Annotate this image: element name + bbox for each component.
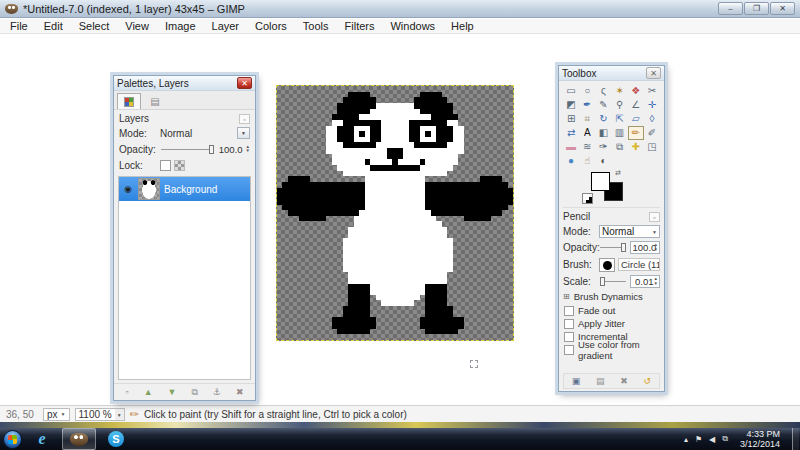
slider-handle[interactable] bbox=[621, 243, 626, 252]
tool-heal[interactable]: ✚ bbox=[628, 140, 644, 154]
menu-help[interactable]: Help bbox=[443, 20, 482, 32]
checkbox[interactable] bbox=[564, 306, 574, 316]
anchor-layer-button[interactable]: ⚓ bbox=[213, 388, 221, 397]
spin-down-icon[interactable]: ▼ bbox=[654, 248, 658, 253]
canvas[interactable] bbox=[276, 85, 514, 341]
tool-color-picker[interactable]: ✎ bbox=[595, 98, 611, 112]
scale-spinbox[interactable]: 0.01 ▲ ▼ bbox=[630, 275, 660, 288]
taskbar-clock[interactable]: 4:33 PM 3/12/2014 bbox=[735, 429, 785, 449]
tool-blur-sharpen[interactable]: ● bbox=[563, 154, 579, 168]
default-colors-icon[interactable] bbox=[583, 194, 592, 203]
delete-options-button[interactable]: ✖ bbox=[620, 377, 628, 386]
menu-colors[interactable]: Colors bbox=[247, 20, 295, 32]
close-icon[interactable]: ✕ bbox=[237, 77, 252, 89]
menu-windows[interactable]: Windows bbox=[382, 20, 443, 32]
tool-align[interactable]: ⊞ bbox=[563, 112, 579, 126]
slider-handle[interactable] bbox=[600, 277, 605, 286]
tab-layers[interactable]: ▤ bbox=[143, 93, 167, 109]
brush-dynamics-expander[interactable]: ⊞ Brush Dynamics bbox=[563, 290, 660, 303]
tool-dodge-burn[interactable]: ◐ bbox=[595, 154, 611, 168]
tool-blend[interactable]: ▥ bbox=[611, 126, 627, 140]
tool-airbrush[interactable]: ≋ bbox=[579, 140, 595, 154]
tool-flip[interactable]: ⇄ bbox=[563, 126, 579, 140]
lock-checkbox[interactable] bbox=[160, 160, 171, 171]
close-button[interactable]: ✕ bbox=[770, 2, 795, 15]
spin-down-icon[interactable]: ▼ bbox=[654, 282, 658, 287]
menu-image[interactable]: Image bbox=[157, 20, 204, 32]
tool-rect-select[interactable]: ▭ bbox=[563, 84, 579, 98]
brush-name[interactable]: Circle (11) bbox=[618, 258, 660, 271]
tool-ink[interactable]: ✑ bbox=[595, 140, 611, 154]
tool-scale[interactable]: ⇱ bbox=[611, 112, 627, 126]
tool-shear[interactable]: ▱ bbox=[628, 112, 644, 126]
restore-button[interactable]: ❐ bbox=[744, 2, 769, 15]
delete-layer-button[interactable]: ✖ bbox=[236, 388, 244, 397]
reset-options-button[interactable]: ↺ bbox=[644, 377, 652, 386]
duplicate-layer-button[interactable]: ⧉ bbox=[191, 388, 197, 397]
scale-spinner[interactable]: ▲ ▼ bbox=[654, 277, 658, 286]
tool-paths[interactable]: ✒ bbox=[579, 98, 595, 112]
tool-clone[interactable]: ⧉ bbox=[611, 140, 627, 154]
foreground-color-swatch[interactable] bbox=[591, 172, 610, 191]
checkbox[interactable] bbox=[564, 319, 574, 329]
tool-crop[interactable]: ⌗ bbox=[579, 112, 595, 126]
menu-edit[interactable]: Edit bbox=[36, 20, 71, 32]
new-layer-button[interactable]: ▫ bbox=[125, 388, 128, 397]
layer-opacity-spinner[interactable]: ▲ ▼ bbox=[246, 145, 250, 154]
menu-view[interactable]: View bbox=[117, 20, 157, 32]
tool-zoom[interactable]: ⚲ bbox=[611, 98, 627, 112]
zoom-dropdown-button[interactable]: ▼ bbox=[115, 408, 125, 421]
checkbox[interactable] bbox=[564, 345, 574, 355]
tool-text[interactable]: A bbox=[579, 126, 595, 140]
network-icon[interactable]: ⧉ bbox=[722, 434, 728, 444]
taskbar-internet-explorer[interactable]: e bbox=[25, 428, 59, 450]
color-area[interactable]: ⇄ bbox=[563, 171, 660, 204]
layer-row-background[interactable]: ◉ Background bbox=[119, 177, 250, 201]
minimize-button[interactable]: – bbox=[718, 2, 743, 15]
paint-mode-select[interactable]: Normal ▼ bbox=[599, 225, 660, 238]
layer-opacity-slider[interactable] bbox=[160, 144, 215, 155]
tool-select-by-color[interactable]: ❖ bbox=[628, 84, 644, 98]
layers-dialog-titlebar[interactable]: Palettes, Layers ✕ bbox=[114, 76, 255, 91]
save-options-button[interactable]: ▣ bbox=[572, 377, 581, 386]
start-button[interactable] bbox=[3, 430, 22, 449]
tool-rotate[interactable]: ↻ bbox=[595, 112, 611, 126]
tool-pencil[interactable]: ✏ bbox=[628, 126, 644, 140]
tool-move[interactable]: ✛ bbox=[644, 98, 660, 112]
tool-perspective[interactable]: ◊ bbox=[644, 112, 660, 126]
unit-select[interactable]: px ▼ bbox=[43, 408, 70, 421]
raise-layer-button[interactable]: ▲ bbox=[144, 388, 153, 397]
close-icon[interactable]: ✕ bbox=[646, 67, 661, 79]
layer-mode-dropdown-button[interactable]: ▼ bbox=[237, 127, 250, 139]
scale-slider[interactable] bbox=[599, 276, 627, 287]
action-center-flag-icon[interactable]: ⚑ bbox=[695, 435, 702, 444]
taskbar-gimp[interactable] bbox=[62, 428, 96, 450]
hidden-icons-button[interactable]: ▴ bbox=[684, 435, 688, 444]
menu-layer[interactable]: Layer bbox=[204, 20, 248, 32]
menu-filters[interactable]: Filters bbox=[337, 20, 383, 32]
expander-icon[interactable]: ⊞ bbox=[563, 293, 570, 301]
tab-palettes[interactable] bbox=[117, 93, 141, 109]
taskbar-skype[interactable]: S bbox=[99, 428, 133, 450]
tool-free-select[interactable]: ς bbox=[595, 84, 611, 98]
tab-menu-button[interactable]: ▫ bbox=[239, 114, 250, 124]
tool-scissors-select[interactable]: ✂ bbox=[644, 84, 660, 98]
zoom-input[interactable]: 1100 % bbox=[75, 408, 115, 421]
toolbox-titlebar[interactable]: Toolbox ✕ bbox=[559, 66, 664, 81]
lower-layer-button[interactable]: ▼ bbox=[168, 388, 177, 397]
spin-down-icon[interactable]: ▼ bbox=[246, 149, 250, 154]
tool-ellipse-select[interactable]: ○ bbox=[579, 84, 595, 98]
menu-tools[interactable]: Tools bbox=[295, 20, 337, 32]
brush-thumbnail[interactable] bbox=[599, 258, 615, 272]
menu-select[interactable]: Select bbox=[71, 20, 118, 32]
visibility-eye-icon[interactable]: ◉ bbox=[122, 184, 134, 194]
swap-colors-icon[interactable]: ⇄ bbox=[615, 169, 621, 177]
tool-bucket-fill[interactable]: ◧ bbox=[595, 126, 611, 140]
tool-perspective-clone[interactable]: ◳ bbox=[644, 140, 660, 154]
opacity-spinner[interactable]: ▲ ▼ bbox=[654, 243, 658, 252]
tool-options-menu-button[interactable]: ▫ bbox=[649, 212, 660, 222]
tool-measure[interactable]: ∠ bbox=[628, 98, 644, 112]
opacity-slider[interactable] bbox=[599, 242, 627, 253]
slider-handle[interactable] bbox=[209, 145, 214, 154]
volume-icon[interactable]: ◀ bbox=[709, 435, 715, 444]
